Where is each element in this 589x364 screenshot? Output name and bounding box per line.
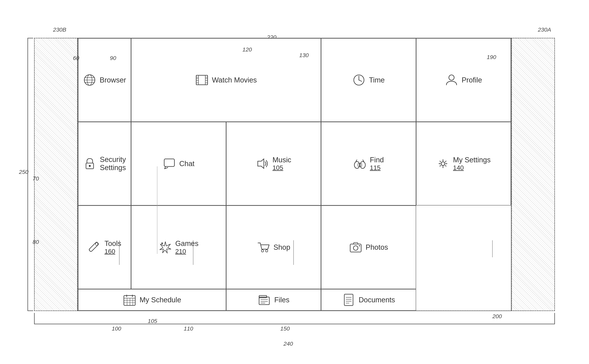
svg-rect-46 [259,297,269,305]
time-label: Time [369,76,385,84]
documents-label: Documents [359,296,395,304]
svg-rect-10 [205,79,207,81]
document-icon [342,293,355,306]
clock-icon [352,73,366,87]
label-60: 60 [73,55,79,61]
security-settings-label: Security Settings [100,156,126,172]
svg-point-29 [441,162,445,166]
find-cell[interactable]: Find 115 [321,122,416,205]
security-settings-cell[interactable]: Security Settings [78,122,131,205]
svg-point-35 [353,246,358,250]
files-cell[interactable]: Files [226,289,321,311]
calendar-icon [123,293,136,306]
music-cell[interactable]: Music 105 [226,122,321,205]
label-90: 90 [110,55,116,61]
time-cell[interactable]: Time [321,38,416,122]
my-settings-cell[interactable]: My Settings 140 [416,122,511,205]
chat-icon [163,157,176,170]
label-230b: 230B [53,26,66,33]
label-110: 110 [184,325,193,332]
svg-rect-7 [196,79,199,81]
music-label: Music [273,156,291,164]
label-190: 190 [487,54,496,60]
svg-line-27 [363,160,364,162]
svg-point-23 [354,162,360,168]
svg-point-17 [359,80,359,80]
sparkle-icon [159,241,172,254]
tools-cell[interactable]: Tools 160 [78,205,131,289]
watch-movies-cell[interactable]: Watch Movies [131,38,321,122]
find-sublabel: 115 [370,164,381,171]
shop-label: Shop [274,243,290,251]
music-sublabel: 105 [273,164,283,171]
chat-label: Chat [179,160,194,168]
label-100: 100 [112,325,121,332]
camera-icon [349,241,362,254]
svg-rect-47 [259,296,267,298]
person-icon [445,73,458,87]
chat-cell[interactable]: Chat [131,122,226,205]
bottom-bracket-left [34,313,35,324]
find-label: Find [370,156,384,164]
label-105: 105 [148,318,157,324]
browser-cell[interactable]: Browser [78,38,131,122]
profile-cell[interactable]: Profile [416,38,511,122]
gear-icon [436,157,450,170]
svg-rect-51 [344,294,353,306]
my-schedule-cell[interactable]: My Schedule [78,289,226,311]
browser-label: Browser [100,76,126,84]
svg-line-16 [359,80,362,81]
svg-rect-5 [196,75,207,85]
label-240: 240 [283,341,293,347]
svg-point-18 [449,75,454,80]
label-230a: 230A [538,26,551,33]
lock-icon [83,157,96,170]
svg-line-26 [356,160,357,162]
bottom-bracket-top [34,324,555,324]
svg-point-24 [360,162,365,168]
label-80: 80 [33,239,39,245]
svg-rect-21 [164,159,174,167]
files-icon [258,293,271,306]
speaker-icon [256,157,269,170]
watch-movies-label: Watch Movies [212,76,257,84]
photos-cell[interactable]: Photos [321,205,416,289]
svg-marker-22 [258,159,264,168]
svg-point-33 [266,250,268,252]
photos-label: Photos [366,243,388,251]
files-label: Files [274,296,289,304]
tools-sublabel: 160 [105,248,115,255]
film-icon [195,73,208,87]
my-schedule-label: My Schedule [140,296,181,304]
app-grid: Browser Watch Movies [78,38,511,311]
my-settings-label: My Settings [453,156,491,164]
wrench-icon [88,241,101,254]
bottom-bracket-right [554,313,555,324]
cart-icon [257,241,270,254]
games-label: Games [175,240,199,248]
globe-icon [83,73,96,87]
binoculars-icon [353,157,367,170]
label-200: 200 [492,313,502,319]
games-sublabel: 210 [175,248,186,255]
documents-cell[interactable]: Documents [321,289,416,311]
games-cell[interactable]: Games 210 [131,205,226,289]
diagram: 230B 230A 220 250 [19,15,570,349]
tools-label: Tools [105,240,121,248]
shop-cell[interactable]: Shop [226,205,321,289]
svg-point-20 [89,165,91,167]
label-130: 130 [299,52,309,58]
svg-point-32 [261,250,264,252]
label-150: 150 [280,325,290,332]
label-70: 70 [33,175,39,182]
svg-point-36 [359,245,360,246]
label-120: 120 [242,46,252,53]
label-250: 250 [19,169,28,175]
profile-label: Profile [462,76,482,84]
my-settings-sublabel: 140 [453,164,464,171]
svg-point-31 [161,242,163,244]
